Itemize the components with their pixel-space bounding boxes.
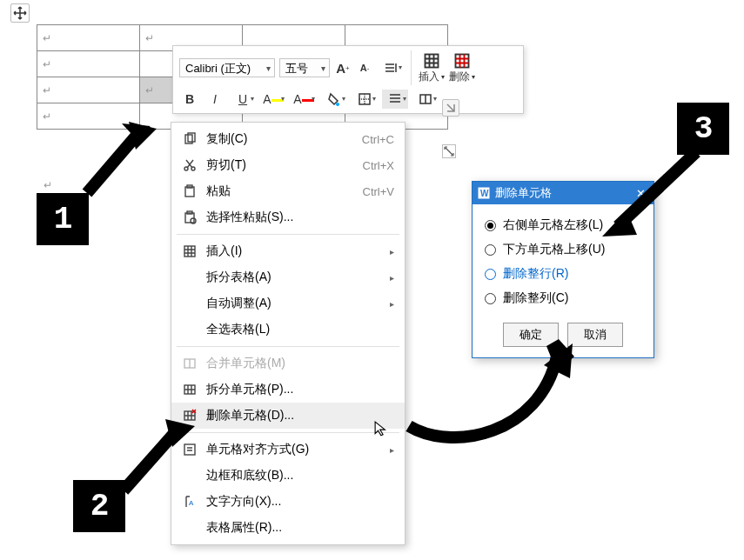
para-mark-icon: ↵ — [43, 84, 51, 97]
menu-borders[interactable]: 边框和底纹(B)... — [171, 463, 405, 489]
radio-icon — [485, 293, 496, 304]
radio-label: 删除整列(C) — [503, 290, 568, 306]
menu-insert[interactable]: 插入(I) ▸ — [171, 238, 405, 264]
menu-label: 边框和底纹(B)... — [206, 468, 394, 483]
font-size-dropdown[interactable]: 五号 — [279, 58, 330, 77]
blank-icon — [182, 322, 198, 337]
para-mark-icon: ↵ — [145, 84, 154, 97]
table-resize-handle[interactable] — [442, 144, 456, 158]
borders-button[interactable] — [352, 90, 378, 109]
font-name-dropdown[interactable]: Calibri (正文) — [179, 58, 275, 77]
menu-label: 文字方向(X)... — [206, 494, 394, 510]
radio-shift-up[interactable]: 下方单元格上移(U) — [485, 237, 641, 262]
submenu-arrow-icon: ▸ — [390, 273, 394, 283]
menu-paste-special[interactable]: 选择性粘贴(S)... — [171, 204, 405, 230]
table-cell[interactable]: ↵ — [37, 25, 140, 51]
merge-cells-icon — [182, 356, 198, 371]
svg-text:A: A — [189, 499, 194, 507]
menu-split-table[interactable]: 拆分表格(A) ▸ — [171, 264, 405, 290]
menu-select-table[interactable]: 全选表格(L) — [171, 317, 405, 343]
radio-label: 删除整行(R) — [503, 266, 568, 282]
font-size-value: 五号 — [285, 62, 308, 75]
para-mark-icon: ↵ — [43, 110, 51, 123]
table-move-handle[interactable] — [10, 3, 30, 23]
svg-line-24 — [124, 430, 178, 490]
highlight-button[interactable]: A — [260, 90, 286, 109]
app-icon: W — [478, 187, 490, 199]
step-label-1: 1 — [37, 193, 89, 245]
menu-label: 表格属性(R)... — [206, 520, 394, 536]
menu-copy[interactable]: 复制(C) Ctrl+C — [171, 126, 405, 152]
delete-group[interactable]: 删除▾ — [449, 52, 475, 84]
italic-button[interactable]: I — [204, 90, 225, 109]
menu-label: 全选表格(L) — [206, 322, 394, 337]
dialog-title: 删除单元格 — [495, 185, 552, 201]
menu-label: 复制(C) — [206, 131, 353, 147]
svg-rect-13 — [184, 246, 195, 257]
radio-delete-column[interactable]: 删除整列(C) — [485, 286, 641, 310]
menu-shortcut: Ctrl+C — [362, 133, 394, 146]
cut-icon — [182, 157, 198, 173]
shrink-font-button[interactable]: A- — [356, 58, 373, 77]
align-button[interactable] — [382, 90, 408, 109]
step-label-2: 2 — [73, 480, 125, 532]
insert-label: 插入 — [419, 70, 439, 84]
menu-label: 插入(I) — [206, 243, 394, 259]
menu-label: 选择性粘贴(S)... — [206, 210, 394, 225]
insert-group[interactable]: 插入▾ — [419, 52, 445, 84]
menu-shortcut: Ctrl+X — [363, 159, 394, 172]
blank-icon — [182, 520, 198, 536]
blank-icon — [182, 270, 198, 285]
menu-delete-cells[interactable]: 删除单元格(D)... — [171, 403, 405, 429]
paste-icon — [182, 183, 198, 199]
context-menu: 复制(C) Ctrl+C 剪切(T) Ctrl+X 粘贴 Ctrl+V 选择性粘… — [171, 122, 406, 545]
para-mark-icon: ↵ — [43, 32, 51, 44]
cancel-button[interactable]: 取消 — [567, 323, 623, 347]
svg-rect-1 — [456, 54, 469, 67]
svg-text:W: W — [480, 189, 489, 198]
radio-delete-row[interactable]: 删除整行(R) — [485, 262, 641, 286]
dialog-body: 右侧单元格左移(L) 下方单元格上移(U) 删除整行(R) 删除整列(C) — [473, 204, 654, 317]
ok-button[interactable]: 确定 — [503, 323, 559, 347]
menu-label: 单元格对齐方式(G) — [206, 442, 394, 457]
radio-icon — [485, 220, 496, 231]
dialog-titlebar[interactable]: W 删除单元格 ✕ — [473, 182, 654, 204]
table-cell[interactable]: ↵ — [37, 103, 140, 130]
font-name-value: Calibri (正文) — [185, 62, 251, 75]
menu-paste[interactable]: 粘贴 Ctrl+V — [171, 178, 405, 204]
autofill-flyout-button[interactable] — [442, 99, 459, 117]
font-color-button[interactable]: A — [291, 90, 317, 109]
text-direction-icon: A — [182, 494, 198, 510]
para-mark-icon: ↵ — [145, 32, 154, 44]
menu-label: 自动调整(A) — [206, 296, 394, 311]
menu-label: 拆分表格(A) — [206, 270, 394, 285]
submenu-arrow-icon: ▸ — [390, 247, 394, 257]
copy-icon — [182, 131, 198, 147]
shading-button[interactable] — [321, 90, 347, 109]
menu-cut[interactable]: 剪切(T) Ctrl+X — [171, 152, 405, 178]
delete-cells-dialog: W 删除单元格 ✕ 右侧单元格左移(L) 下方单元格上移(U) 删除整行(R) … — [472, 181, 654, 358]
submenu-arrow-icon: ▸ — [390, 445, 394, 455]
menu-text-direction[interactable]: A 文字方向(X)... — [171, 489, 405, 515]
bold-button[interactable]: B — [179, 90, 200, 109]
menu-separator — [177, 234, 399, 235]
menu-split-cells[interactable]: 拆分单元格(P)... — [171, 377, 405, 403]
table-cell[interactable]: ↵ — [37, 77, 140, 103]
grow-font-button[interactable]: A+ — [334, 58, 352, 77]
menu-table-props[interactable]: 表格属性(R)... — [171, 515, 405, 541]
menu-cell-align[interactable]: 单元格对齐方式(G) ▸ — [171, 437, 405, 463]
menu-separator — [177, 346, 399, 347]
merge-button[interactable] — [412, 90, 439, 109]
svg-line-21 — [87, 132, 139, 193]
close-button[interactable]: ✕ — [633, 185, 648, 201]
table-cell[interactable]: ↵ — [37, 51, 140, 77]
menu-autofit[interactable]: 自动调整(A) ▸ — [171, 290, 405, 317]
svg-rect-17 — [184, 444, 195, 455]
line-spacing-button[interactable] — [378, 58, 404, 77]
button-label: 取消 — [584, 328, 607, 341]
radio-shift-left[interactable]: 右侧单元格左移(L) — [485, 213, 641, 237]
menu-label: 剪切(T) — [206, 157, 354, 173]
menu-label: 合并单元格(M) — [206, 356, 394, 371]
underline-button[interactable]: U — [230, 90, 256, 109]
menu-label: 拆分单元格(P)... — [206, 382, 394, 397]
